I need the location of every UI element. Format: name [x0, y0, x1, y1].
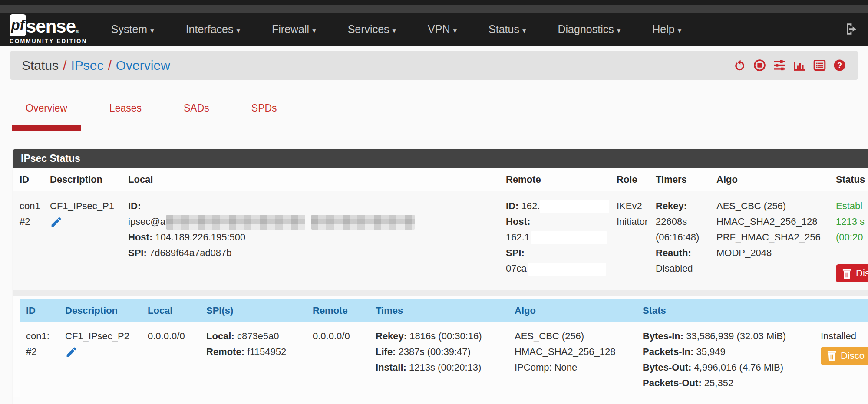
stop-icon[interactable] — [753, 59, 766, 72]
svg-text:?: ? — [837, 61, 842, 70]
cell-role: IKEv2 Initiator — [610, 191, 649, 290]
chevron-down-icon: ▾ — [312, 26, 316, 35]
nav-item-services[interactable]: Services▾ — [342, 15, 402, 43]
column-header-remote: Remote — [499, 168, 610, 191]
logo-pf-box: pf — [10, 14, 26, 36]
status-established: Establ — [836, 198, 868, 214]
cell-description: CF1_IPsec_P1 — [43, 191, 122, 290]
cell-remote: 0.0.0.0/0 — [306, 322, 369, 397]
chevron-down-icon: ▾ — [393, 26, 396, 35]
cell-remote: ID: 162. Host: 162.1 SPI: 07ca — [499, 191, 610, 290]
tab-overview[interactable]: Overview — [12, 102, 81, 131]
logo-registered-mark: ® — [76, 30, 79, 34]
nav-item-status[interactable]: Status▾ — [483, 15, 531, 43]
nav-item-interfaces[interactable]: Interfaces▾ — [180, 15, 246, 43]
phase1-row: con1 #2 CF1_IPsec_P1 ID: ipsec@a Host: 1… — [13, 191, 868, 290]
refresh-icon[interactable] — [733, 59, 746, 72]
chevron-down-icon: ▾ — [617, 26, 621, 35]
cell-id: con1 #2 — [13, 191, 43, 290]
panel-footer — [13, 397, 868, 404]
chevron-down-icon: ▾ — [453, 26, 457, 35]
pfsense-logo[interactable]: pf sense ® COMMUNITY EDITION — [10, 14, 87, 44]
cell-algo: AES_CBC (256) HMAC_SHA2_256_128 PRF_HMAC… — [710, 191, 829, 290]
breadcrumb: Status/IPsec/Overview — [22, 58, 170, 73]
tab-sads[interactable]: SADs — [170, 102, 223, 131]
nav-item-firewall[interactable]: Firewall▾ — [266, 15, 322, 43]
cell-local: ID: ipsec@a Host: 104.189.226.195:500 SP… — [122, 191, 499, 290]
cell-algo: AES_CBC (256) HMAC_SHA2_256_128 IPComp: … — [508, 322, 636, 397]
sliders-icon[interactable] — [773, 59, 786, 72]
nav-item-vpn[interactable]: VPN▾ — [422, 15, 462, 43]
breadcrumb-toolbar: ? — [733, 59, 846, 72]
chevron-down-icon: ▾ — [678, 26, 682, 35]
cell-timers: Rekey: 22608s (06:16:48) Reauth: Disable… — [649, 191, 710, 290]
chevron-down-icon: ▾ — [150, 26, 154, 35]
phase1-table: ID Description Local Remote Role Timers … — [13, 168, 868, 290]
cell-spis: Local: c873e5a0 Remote: f1154952 — [200, 322, 306, 397]
breadcrumb-separator: / — [103, 58, 116, 72]
help-icon[interactable]: ? — [833, 59, 846, 72]
column-header-status: Status — [829, 168, 868, 191]
phase2-header-row: ID Description Local SPI(s) Remote Times… — [20, 299, 868, 322]
column-header-algo: Algo — [710, 168, 829, 191]
column-header-id: ID — [20, 299, 59, 322]
phase2-table: ID Description Local SPI(s) Remote Times… — [20, 299, 868, 397]
chevron-down-icon: ▾ — [522, 26, 526, 35]
trash-icon — [842, 268, 852, 279]
breadcrumb-page-link[interactable]: Overview — [116, 58, 170, 72]
trash-icon — [827, 350, 837, 361]
column-header-timers: Timers — [649, 168, 710, 191]
logout-icon[interactable] — [844, 22, 858, 36]
top-navbar: pf sense ® COMMUNITY EDITION System▾ Int… — [0, 0, 868, 46]
logo-edition-text: COMMUNITY EDITION — [10, 38, 87, 44]
column-header-role: Role — [610, 168, 649, 191]
chevron-down-icon: ▾ — [236, 26, 240, 35]
redacted-blur — [166, 215, 305, 230]
tab-leases[interactable]: Leases — [96, 102, 155, 131]
section-divider — [13, 290, 868, 296]
redacted-blur — [311, 215, 415, 230]
nav-item-help[interactable]: Help▾ — [647, 15, 687, 43]
column-header-description: Description — [59, 299, 141, 322]
phase1-header-row: ID Description Local Remote Role Timers … — [13, 168, 868, 191]
column-header-id: ID — [13, 168, 43, 191]
column-header-stats: Stats — [636, 299, 814, 322]
nav-item-system[interactable]: System▾ — [106, 15, 160, 43]
list-icon[interactable] — [813, 59, 826, 72]
ipsec-status-panel: IPsec Status ID Description Local Remote… — [13, 149, 868, 404]
redacted-box — [540, 200, 609, 213]
edit-icon[interactable] — [65, 346, 78, 358]
breadcrumb-separator: / — [59, 58, 71, 72]
column-header-spis: SPI(s) — [200, 299, 306, 322]
edit-icon[interactable] — [50, 216, 63, 228]
navbar-strip — [0, 5, 868, 13]
status-installed: Installed — [821, 328, 868, 344]
disconnect-p2-button[interactable]: Disco — [821, 347, 868, 365]
column-header-actions — [814, 299, 868, 322]
redacted-box — [528, 263, 606, 276]
cell-local: 0.0.0.0/0 — [141, 322, 200, 397]
logo-sense-text: sense — [26, 17, 76, 36]
cell-status: Establ 1213 s (00:20 Dis — [829, 191, 868, 290]
bar-chart-icon[interactable] — [793, 59, 806, 72]
cell-description: CF1_IPsec_P2 — [59, 322, 141, 397]
column-header-local: Local — [141, 299, 200, 322]
breadcrumb-bar: Status/IPsec/Overview ? — [10, 51, 858, 80]
column-header-local: Local — [122, 168, 499, 191]
nav-item-diagnostics[interactable]: Diagnostics▾ — [552, 15, 626, 43]
cell-id: con1: #2 — [20, 322, 59, 397]
redacted-box — [531, 231, 607, 244]
column-header-description: Description — [43, 168, 122, 191]
breadcrumb-section-link[interactable]: IPsec — [71, 58, 103, 72]
phase2-row: con1: #2 CF1_IPsec_P2 0.0.0.0/0 Local: c… — [20, 322, 868, 397]
column-header-algo: Algo — [508, 299, 636, 322]
disconnect-p1-button[interactable]: Dis — [836, 264, 868, 282]
cell-times: Rekey: 1816s (00:30:16) Life: 2387s (00:… — [369, 322, 508, 397]
nav-menu: System▾ Interfaces▾ Firewall▾ Services▾ … — [106, 15, 707, 43]
panel-title: IPsec Status — [13, 149, 868, 168]
status-tabs: Overview Leases SADs SPDs — [12, 102, 868, 131]
tab-spds[interactable]: SPDs — [238, 102, 290, 131]
cell-stats: Bytes-In: 33,586,939 (32.03 MiB) Packets… — [636, 322, 814, 397]
column-header-times: Times — [369, 299, 508, 322]
cell-actions: Installed Disco — [814, 322, 868, 397]
